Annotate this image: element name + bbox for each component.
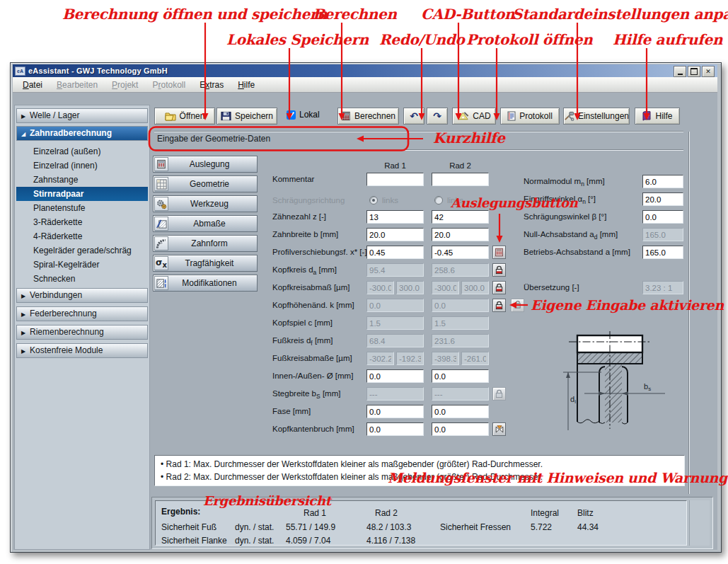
sidebar-section-welle-lager[interactable]: ▶Welle / Lager xyxy=(16,108,148,123)
help-book-icon: ? xyxy=(642,111,652,121)
sidebar-item-4-raederkette[interactable]: 4-Räderkette xyxy=(16,229,148,243)
cad-ruler-icon xyxy=(457,111,469,121)
gears-icon xyxy=(154,197,168,211)
annotation-sizing-button: Auslegungsbutton xyxy=(451,195,578,210)
kopfkantenbruch-chamfer-button[interactable] xyxy=(492,422,506,436)
open-button[interactable]: Öffnen xyxy=(154,108,215,125)
sidebar-item-planetenstufe[interactable]: Planetenstufe xyxy=(16,201,148,215)
field-label: Kommentar xyxy=(272,173,314,186)
redo-button[interactable]: ↷ xyxy=(427,108,448,125)
close-button[interactable]: ✕ xyxy=(702,66,715,77)
sidebar-item-spiral-kegelraeder[interactable]: Spiral-Kegelräder xyxy=(16,258,148,272)
profilverschiebung-sizing-button[interactable] xyxy=(492,246,506,259)
result-col-integral: Integral xyxy=(531,508,559,518)
schraegungswinkel-input[interactable] xyxy=(642,210,683,224)
sidebar-item-3-raederkette[interactable]: 3-Räderkette xyxy=(16,215,148,229)
annotation-message-window: Meldungsfenster mit Hinweisen und Warnun… xyxy=(388,470,728,485)
field-label: Kopfkantenbruch [mm] xyxy=(272,422,354,436)
sidebar-item-schnecken[interactable]: Schnecken xyxy=(16,272,148,286)
sidebar-item-zahnstange[interactable]: Zahnstange xyxy=(16,173,148,187)
row-kopfhoehenaenderung: Kopfhöhenänd. k [mm] xyxy=(272,299,513,313)
redo-icon: ↷ xyxy=(433,111,441,121)
field-label: Fußkreisabmaße [µm] xyxy=(272,352,352,365)
sidebar-section-verbindungen[interactable]: ▶Verbindungen xyxy=(16,288,148,303)
separator-line xyxy=(154,149,683,151)
unlock-icon xyxy=(513,301,522,310)
save-button[interactable]: Speichern xyxy=(216,108,277,125)
menu-datei[interactable]: Datei xyxy=(16,80,50,90)
abmasse-button[interactable]: Abmaße xyxy=(153,215,258,232)
kopfkreis-lock-button[interactable] xyxy=(492,263,506,277)
sidebar-section-kostenfreie-module[interactable]: ▶Kostenfreie Module xyxy=(16,343,148,358)
kommentar-rad2-input[interactable] xyxy=(432,173,489,186)
zahnform-button[interactable]: Zahnform xyxy=(153,235,258,252)
field-label: Betriebs-Achsabstand a [mm] xyxy=(524,246,630,259)
sidebar-item-einzelrad-innen[interactable]: Einzelrad (innen) xyxy=(16,159,148,173)
kopfhoehenaenderung-rad2-input xyxy=(432,299,489,312)
zaehnezahl-rad2-input[interactable] xyxy=(432,210,489,224)
sidebar-item-stirnradpaar[interactable]: Stirnradpaar xyxy=(16,187,148,201)
geometrie-button[interactable]: Geometrie xyxy=(153,175,258,192)
kopfhoehenaenderung-lock-button[interactable] xyxy=(492,299,506,312)
zaehnezahl-rad1-input[interactable] xyxy=(366,210,424,224)
tools-icon xyxy=(564,111,574,121)
profilverschiebung-rad2-input[interactable] xyxy=(432,246,489,259)
fusskreisabmasse-rad2-min-input xyxy=(432,352,459,365)
kommentar-rad1-input[interactable] xyxy=(366,173,424,186)
annotation-local-save: Lokales Speichern xyxy=(226,31,369,48)
kopfspiel-rad1-input xyxy=(366,316,424,330)
cad-button[interactable]: CAD xyxy=(452,108,496,125)
field-label: Fase [mm] xyxy=(272,405,311,418)
tragfaehigkeit-button[interactable]: σxTragfähigkeit xyxy=(153,255,258,272)
sidebar-section-zahnradberechnung[interactable]: ◢Zahnradberechnung xyxy=(16,126,148,141)
kopfkantenbruch-rad1-input[interactable] xyxy=(366,422,424,436)
undo-button[interactable]: ↶ xyxy=(403,108,424,125)
undo-icon: ↶ xyxy=(410,111,418,121)
sidebar-section-riemenberechnung[interactable]: ▶Riemenberechnung xyxy=(16,325,148,340)
werkzeug-button[interactable]: Werkzeug xyxy=(153,195,258,212)
calculate-button[interactable]: Berechnen xyxy=(337,108,399,125)
maximize-button[interactable] xyxy=(688,66,700,77)
sidebar-item-kegelraeder[interactable]: Kegelräder gerade/schräg xyxy=(16,243,148,258)
menu-extras[interactable]: Extras xyxy=(192,80,231,90)
kopfkreisabmass-rad2-min-input xyxy=(432,281,459,294)
own-input-activate-button[interactable] xyxy=(511,299,524,312)
annotation-settings: Standardeinstellungen anpassen xyxy=(512,6,728,23)
help-button[interactable]: ? Hilfe xyxy=(635,108,680,125)
minimize-button[interactable] xyxy=(674,66,686,77)
kopfkreisabmass-rad2-max-input xyxy=(461,281,489,294)
betriebs-achsabstand-input[interactable] xyxy=(642,246,683,259)
sidebar-section-federberechnung[interactable]: ▶Federberechnung xyxy=(16,306,148,321)
menu-bearbeiten: Bearbeiten xyxy=(50,80,105,90)
settings-button[interactable]: Einstellungen xyxy=(563,108,630,125)
profilverschiebung-rad1-input[interactable] xyxy=(366,246,424,259)
protocol-button[interactable]: Protokoll xyxy=(500,108,560,125)
rad2-links-radio[interactable] xyxy=(434,196,443,205)
screenshot-canvas: eA eAssistant - GWJ Technology GmbH ✕ Da… xyxy=(0,0,728,564)
zahnbreite-rad2-input[interactable] xyxy=(432,228,489,241)
normalmodul-input[interactable] xyxy=(642,175,683,188)
modifikationen-button[interactable]: Modifikationen xyxy=(153,275,258,292)
innen-aussen-rad1-input[interactable] xyxy=(366,369,424,383)
local-checkbox[interactable] xyxy=(287,110,296,120)
kopfkreisabmass-lock-button[interactable] xyxy=(492,281,506,294)
rad2-column-header: Rad 2 xyxy=(432,161,489,170)
eingriffswinkel-input[interactable] xyxy=(642,192,683,206)
auslegung-button[interactable]: Auslegung xyxy=(153,156,258,173)
field-label: Kopfspiel c [mm] xyxy=(272,316,333,330)
row-kopfspiel: Kopfspiel c [mm] xyxy=(272,316,513,330)
field-label: Kopfkreisabmaß [µm] xyxy=(272,281,350,294)
menu-hilfe[interactable]: Hilfe xyxy=(231,80,262,90)
collapsed-icon: ▶ xyxy=(21,308,30,321)
innen-aussen-rad2-input[interactable] xyxy=(432,369,489,383)
stegbreite-lock-button xyxy=(492,387,506,401)
rad1-links-radio[interactable] xyxy=(369,196,378,205)
quick-help-text: Eingabe der Geometrie-Daten xyxy=(157,134,270,144)
sidebar-item-einzelrad-aussen[interactable]: Einzelrad (außen) xyxy=(16,144,148,159)
result-scroll-strip[interactable] xyxy=(689,500,710,546)
fase-rad2-input[interactable] xyxy=(432,405,489,418)
zahnbreite-rad1-input[interactable] xyxy=(366,228,424,241)
row-profilverschiebung: Profilverschiebungsf. x* [-] xyxy=(272,246,513,260)
fase-rad1-input[interactable] xyxy=(366,405,424,418)
kopfkantenbruch-rad2-input[interactable] xyxy=(432,422,489,436)
